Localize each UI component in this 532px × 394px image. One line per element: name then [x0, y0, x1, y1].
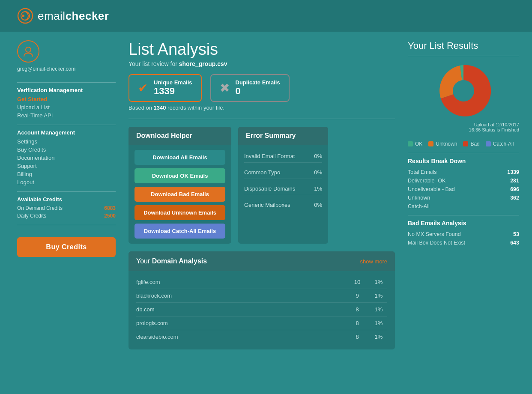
legend-bad-label: Bad [470, 141, 479, 147]
domain-row-5: clearsidebio.com 8 1% [136, 330, 387, 343]
sidebar-item-realtime-api[interactable]: Real-Time API [17, 112, 116, 119]
unique-label: Unique Emails [154, 79, 192, 86]
records-note: Based on 1340 records within your file. [129, 104, 395, 111]
domain-row-2: blackrock.com 9 1% [136, 289, 387, 303]
daily-credits-row: Daily Credits 2500 [17, 213, 116, 219]
page-title: List Analysis [129, 40, 395, 59]
legend-catchall-label: Catch-All [493, 141, 514, 147]
legend-unknown-dot [428, 141, 433, 146]
error-label-disposable: Disposable Domains [244, 185, 295, 192]
breakdown-total-label: Total Emails [408, 169, 436, 175]
error-summary-title: Error Summary [238, 127, 328, 145]
error-value-invalid: 0% [314, 153, 322, 159]
sidebar: greg@email-checker.com Verification Mana… [17, 40, 116, 385]
download-helper-body: Download All Emails Download OK Emails D… [129, 145, 231, 244]
error-row-typo: Common Typo 0% [244, 166, 322, 179]
svg-point-2 [22, 15, 24, 17]
download-helper-title: Download Helper [129, 127, 231, 145]
error-label-typo: Common Typo [244, 169, 280, 176]
duplicate-emails-box: ✖ Duplicate Emails 0 [210, 74, 290, 102]
sidebar-email: greg@email-checker.com [17, 66, 116, 72]
domain-row-4: prologis.com 8 1% [136, 316, 387, 330]
breakdown-ok: Deliverable -OK 281 [408, 176, 519, 185]
legend-ok: OK [408, 141, 422, 147]
error-row-invalid: Invalid Email Format 0% [244, 150, 322, 163]
sidebar-item-documentation[interactable]: Documentation [17, 155, 116, 161]
account-section-title: Account Management [17, 129, 116, 136]
breakdown-ok-value: 281 [510, 178, 519, 184]
bad-no-mx: No MX Servers Found 53 [408, 230, 519, 239]
filename: shore_group.csv [179, 60, 227, 67]
sidebar-item-get-started[interactable]: Get Started [17, 96, 116, 102]
pie-chart [436, 63, 491, 119]
svg-point-3 [26, 47, 31, 52]
bad-no-mx-label: No MX Servers Found [408, 231, 461, 237]
breakdown-title: Results Break Down [408, 158, 519, 164]
download-bad-btn[interactable]: Download Bad Emails [134, 187, 225, 202]
svg-point-4 [453, 80, 474, 101]
subtitle: Your list review for shore_group.csv [129, 60, 395, 67]
subtitle-pre: Your list review for [129, 60, 179, 67]
domain-row-3: db.com 8 1% [136, 303, 387, 316]
sidebar-item-logout[interactable]: Logout [17, 179, 116, 185]
breakdown-unknown: Unknown 362 [408, 194, 519, 202]
main-content: List Analysis Your list review for shore… [129, 40, 395, 385]
error-value-typo: 0% [314, 169, 322, 176]
sidebar-item-support[interactable]: Support [17, 163, 116, 169]
breakdown-catchall: Catch-All [408, 202, 519, 211]
check-icon: ✔ [138, 81, 148, 95]
pie-chart-container: Upload at 12/10/2017 16:36 Status is Fin… [408, 63, 519, 137]
error-row-generic: Generic Mailboxes 0% [244, 199, 322, 211]
right-panel: Your List Results Upload at 12/10/2017 1… [408, 40, 519, 385]
legend-catchall-dot [486, 141, 491, 146]
breakdown-bad-value: 696 [510, 186, 519, 192]
download-all-btn[interactable]: Download All Emails [134, 150, 225, 165]
on-demand-credits-row: On Demand Credits 6883 [17, 205, 116, 211]
download-ok-btn[interactable]: Download OK Emails [134, 168, 225, 183]
upload-date: Upload at 12/10/2017 [469, 122, 519, 127]
download-unknown-btn[interactable]: Download Unknown Emails [134, 205, 225, 220]
pie-legend: OK Unknown Bad Catch-All [408, 141, 519, 147]
bad-no-mx-value: 53 [513, 231, 519, 237]
header: emailchecker [0, 0, 532, 32]
breakdown-total-value: 1339 [507, 169, 519, 175]
bad-analysis-title: Bad Emails Analysis [408, 220, 519, 227]
on-demand-label: On Demand Credits [17, 205, 63, 211]
svg-point-0 [18, 9, 33, 23]
credits-section-title: Available Credits [17, 196, 116, 203]
breakdown-unknown-value: 362 [510, 195, 519, 201]
domain-table: fglife.com 10 1% blackrock.com 9 1% db.c… [129, 271, 395, 349]
legend-ok-label: OK [415, 141, 422, 147]
unique-value: 1339 [154, 86, 192, 97]
error-summary-panel: Error Summary Invalid Email Format 0% Co… [238, 127, 328, 244]
breakdown-catchall-label: Catch-All [408, 203, 430, 209]
download-catchall-btn[interactable]: Download Catch-All Emails [134, 224, 225, 239]
bad-mailbox: Mail Box Does Not Exist 643 [408, 239, 519, 247]
error-label-generic: Generic Mailboxes [244, 202, 290, 208]
error-value-generic: 0% [314, 202, 322, 208]
legend-ok-dot [408, 141, 413, 146]
logo-text: emailchecker [38, 9, 109, 23]
duplicate-value: 0 [236, 86, 280, 97]
domain-analysis-title: Your Domain Analysis [136, 257, 207, 265]
daily-value: 2500 [104, 213, 116, 219]
breakdown-ok-label: Deliverable -OK [408, 178, 445, 184]
breakdown-unknown-label: Unknown [408, 195, 430, 201]
sidebar-item-upload-list[interactable]: Upload a List [17, 104, 116, 110]
bad-mailbox-label: Mail Box Does Not Exist [408, 240, 465, 246]
sidebar-item-buy-credits[interactable]: Buy Credits [17, 146, 116, 153]
error-summary-body: Invalid Email Format 0% Common Typo 0% D… [238, 145, 328, 216]
avatar [17, 40, 39, 63]
duplicate-label: Duplicate Emails [236, 79, 280, 86]
verification-section-title: Verification Management [17, 87, 116, 93]
sidebar-item-billing[interactable]: Billing [17, 171, 116, 177]
error-value-disposable: 1% [314, 185, 322, 192]
legend-unknown: Unknown [428, 141, 457, 147]
bad-mailbox-value: 643 [510, 240, 519, 246]
records-count: 1340 [154, 104, 166, 111]
sidebar-item-settings[interactable]: Settings [17, 138, 116, 145]
buy-credits-button[interactable]: Buy Credits [17, 237, 116, 257]
show-more-link[interactable]: show more [360, 258, 387, 265]
panels-row: Download Helper Download All Emails Down… [129, 127, 395, 244]
legend-unknown-label: Unknown [436, 141, 457, 147]
